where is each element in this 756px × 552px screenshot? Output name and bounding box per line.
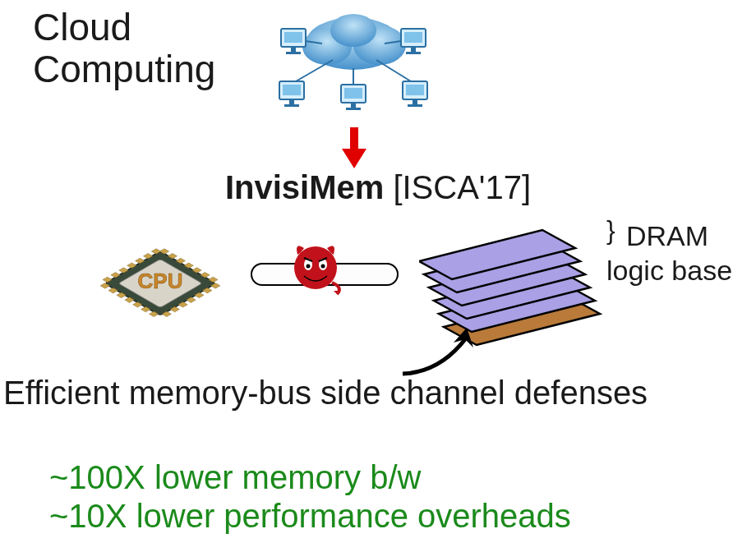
benefit-line-1: ~100X lower memory b/w — [49, 458, 571, 497]
svg-rect-19 — [344, 88, 362, 99]
svg-rect-11 — [404, 32, 422, 43]
logic-base-label: logic base — [606, 255, 732, 287]
devil-attacker-icon — [286, 237, 345, 296]
page-title: Cloud Computing — [33, 7, 215, 90]
svg-rect-13 — [289, 99, 294, 104]
dram-label: DRAM — [626, 220, 708, 252]
svg-rect-22 — [408, 104, 422, 107]
invisimem-name: InvisiMem — [225, 169, 384, 205]
title-line2: Computing — [33, 48, 215, 90]
cloud-computing-icon — [247, 4, 460, 123]
svg-rect-10 — [406, 52, 421, 54]
svg-rect-6 — [286, 52, 301, 54]
red-down-arrow-icon — [342, 127, 366, 168]
dram-bracket: } — [606, 215, 615, 246]
svg-text:CPU: CPU — [138, 269, 183, 293]
svg-rect-23 — [406, 85, 424, 95]
svg-rect-17 — [351, 103, 356, 108]
svg-rect-5 — [291, 47, 296, 52]
invisimem-heading: InvisiMem [ISCA'17] — [0, 169, 756, 206]
svg-rect-18 — [346, 108, 361, 110]
svg-point-60 — [294, 246, 337, 289]
svg-point-64 — [321, 264, 325, 269]
invisimem-citation: [ISCA'17] — [384, 169, 531, 205]
curved-arrow-icon — [394, 324, 485, 378]
svg-point-3 — [330, 14, 376, 47]
svg-rect-15 — [283, 85, 301, 95]
svg-point-63 — [307, 264, 311, 269]
svg-rect-14 — [284, 104, 299, 107]
title-line1: Cloud — [33, 6, 131, 48]
cpu-chip-icon: CPU — [94, 226, 226, 341]
svg-line-28 — [376, 60, 411, 81]
svg-rect-21 — [413, 99, 417, 104]
svg-line-26 — [296, 60, 333, 81]
svg-rect-9 — [411, 47, 416, 52]
defenses-caption: Efficient memory-bus side channel defens… — [0, 375, 756, 412]
benefits-block: ~100X lower memory b/w ~10X lower perfor… — [49, 458, 571, 536]
svg-rect-7 — [284, 32, 302, 43]
benefit-line-2: ~10X lower performance overheads — [49, 497, 571, 536]
